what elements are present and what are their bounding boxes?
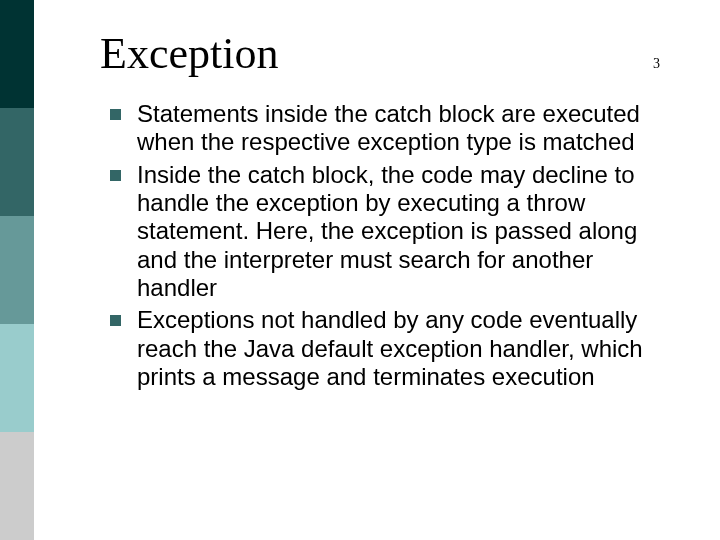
slide-title: Exception — [100, 28, 278, 79]
bullet-text: Statements inside the catch block are ex… — [137, 100, 668, 157]
sidebar-seg-0 — [0, 0, 34, 108]
sidebar-seg-3 — [0, 324, 34, 432]
bullet-text: Inside the catch block, the code may dec… — [137, 161, 668, 303]
bullet-marker-icon — [110, 315, 121, 326]
bullet-item: Exceptions not handled by any code event… — [110, 306, 668, 391]
bullet-item: Statements inside the catch block are ex… — [110, 100, 668, 157]
sidebar-seg-2 — [0, 216, 34, 324]
sidebar-seg-1 — [0, 108, 34, 216]
slide-number: 3 — [653, 56, 660, 72]
sidebar-seg-4 — [0, 432, 34, 540]
slide: Exception 3 Statements inside the catch … — [0, 0, 720, 540]
bullet-item: Inside the catch block, the code may dec… — [110, 161, 668, 303]
slide-body: Statements inside the catch block are ex… — [110, 100, 668, 395]
sidebar-accent — [0, 0, 34, 540]
title-row: Exception 3 — [100, 28, 660, 79]
bullet-marker-icon — [110, 170, 121, 181]
bullet-text: Exceptions not handled by any code event… — [137, 306, 668, 391]
bullet-marker-icon — [110, 109, 121, 120]
